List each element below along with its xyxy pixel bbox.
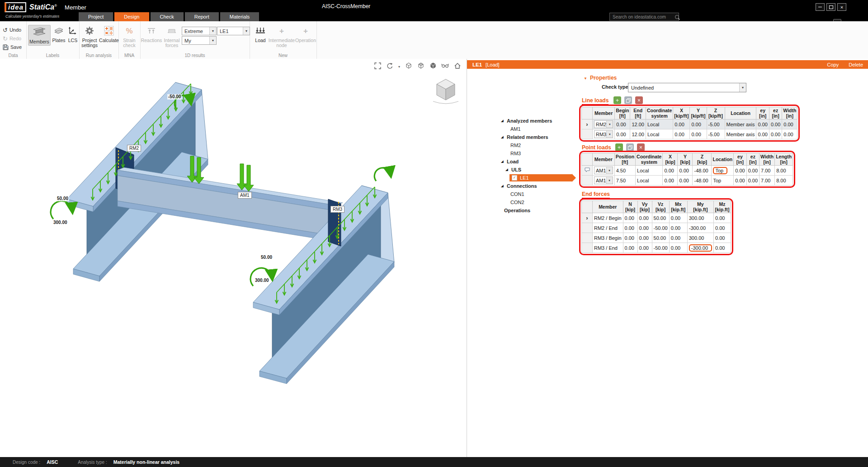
tab-materials[interactable]: Materials [220,12,259,21]
row-selector[interactable] [582,129,593,139]
cell-coordinate-system[interactable]: Local [646,129,673,139]
new-intermediate-node-button[interactable]: + Intermediate node [269,25,294,48]
column-header[interactable]: Location [725,107,756,119]
solid-cube-icon[interactable] [429,62,437,70]
member-label-am1[interactable]: AM1 [238,192,252,199]
cell-ey[interactable]: 0.00 [756,129,769,139]
column-header[interactable]: Position[ft] [614,153,635,166]
cell-my[interactable]: 300.00 [687,213,713,223]
cell-vy[interactable]: 0.00 [637,233,652,243]
tab-report[interactable]: Report [185,12,219,21]
cell-n[interactable]: 0.00 [623,233,637,243]
le1-checkbox[interactable] [512,175,517,181]
cell-ey[interactable]: 0.00 [734,176,746,186]
cell-z[interactable]: -5.00 [707,119,725,129]
member-label-rm2[interactable]: RM2 [127,145,141,152]
column-header[interactable]: ey[in] [756,107,769,119]
tree-item-load[interactable]: Load [467,157,577,166]
wireframe-cube-icon[interactable] [405,62,412,70]
strain-check-button[interactable]: % Strain check [119,25,139,48]
add-line-load-button[interactable]: + [613,96,621,104]
shaded-cube-icon[interactable] [417,62,425,70]
cell-x[interactable]: 0.00 [673,129,690,139]
cell-my[interactable]: -300.00 [687,223,713,233]
tree-item-operations[interactable]: Operations [467,206,577,214]
cell-width[interactable]: 0.00 [782,119,797,129]
column-header[interactable]: Location [712,153,734,166]
row-selector[interactable] [582,166,593,176]
extreme-select[interactable]: Extreme [182,27,217,35]
row-selector[interactable] [582,119,593,129]
redo-button[interactable]: Redo [3,35,21,42]
cell-coordinate-system[interactable]: Local [636,176,663,186]
cell-n[interactable]: 0.00 [623,223,637,233]
cell-y[interactable]: 0.00 [678,166,693,176]
close-button[interactable]: × [837,3,846,11]
tree-item-uls[interactable]: ULS [467,166,577,174]
members-button[interactable]: Members [28,25,51,46]
table-row[interactable]: RM3 / Begin 0.00 0.00 50.00 0.00 300.00 … [582,233,731,243]
scene-3d[interactable] [0,59,467,457]
expander-icon[interactable] [500,184,504,188]
new-load-button[interactable]: Load [252,25,269,43]
cell-ez[interactable]: 0.00 [746,176,759,186]
fullscreen-icon[interactable] [374,62,382,70]
cell-mz[interactable]: 0.00 [714,233,731,243]
tree-item-am1[interactable]: AM1 [467,125,577,133]
cell-vz[interactable]: -50.00 [652,223,669,233]
cell-begin[interactable]: 0.00 [615,119,630,129]
member-combobox[interactable]: AM1 [594,176,613,184]
cell-y[interactable]: 0.00 [690,129,707,139]
row-selector[interactable] [582,243,593,253]
cell-member[interactable]: AM1 [593,166,615,176]
new-operation-button[interactable]: + Operation [296,25,316,43]
search-input[interactable] [612,14,673,20]
cell-location[interactable]: Top [712,166,734,176]
cell-z[interactable]: -5.00 [707,129,725,139]
cell-ey[interactable]: 0.00 [734,166,746,176]
cell-mx[interactable]: 0.00 [669,243,687,253]
column-header[interactable]: Coordinatesystem [646,107,673,119]
table-row[interactable]: RM2 0.00 12.00 Local 0.00 0.00 -5.00 Mem… [582,119,797,129]
cell-mz[interactable]: 0.00 [714,223,731,233]
expander-icon[interactable] [500,135,504,139]
cell-member[interactable]: RM2 / Begin [593,213,623,223]
cell-y[interactable]: 0.00 [678,176,693,186]
column-header[interactable]: Vy[kip] [637,201,652,213]
reactions-button[interactable]: Reactions [142,25,161,43]
calculate-button[interactable]: Calculate [100,25,118,43]
member-am1-cross-beam[interactable] [118,167,343,242]
remove-point-load-button[interactable]: × [637,143,645,151]
cell-n[interactable]: 0.00 [623,243,637,253]
cell-my[interactable]: -300.00 [687,243,713,253]
column-header[interactable]: Y[kip/ft] [690,107,707,119]
cell-end[interactable]: 12.00 [630,119,646,129]
column-header[interactable]: ez[in] [746,153,759,166]
add-point-load-button[interactable]: + [615,143,623,151]
column-header[interactable]: Vz[kip] [652,201,669,213]
cell-length[interactable]: 8.00 [775,176,793,186]
table-row[interactable]: RM3 / End 0.00 0.00 -50.00 0.00 -300.00 … [582,243,731,253]
chevron-down-icon[interactable] [398,62,400,70]
cell-begin[interactable]: 0.00 [615,129,630,139]
lcs-button[interactable]: LCS [67,25,79,43]
cell-position[interactable]: 7.50 [614,176,635,186]
column-header[interactable]: X[kip/ft] [673,107,690,119]
tree-item-related-members[interactable]: Related members [467,133,577,141]
search-icon[interactable] [675,15,679,19]
cell-location[interactable]: Member axis [725,129,756,139]
column-header[interactable]: Y[kip] [678,153,693,166]
cell-end[interactable]: 12.00 [630,129,646,139]
cell-mz[interactable]: 0.00 [714,243,731,253]
component-select[interactable]: My [182,36,217,45]
cell-x[interactable]: 0.00 [673,119,690,129]
cell-vz[interactable]: 50.00 [652,213,669,223]
tree-item-connections[interactable]: Connections [467,182,577,190]
properties-section-header[interactable]: Properties [584,75,617,81]
column-header[interactable]: Width[in] [782,107,797,119]
expander-icon[interactable] [500,119,504,123]
load-case-select[interactable]: LE1 [217,27,250,35]
column-header[interactable]: Z[kip/ft] [707,107,725,119]
cell-ez[interactable]: 0.00 [769,119,782,129]
cell-member[interactable]: RM2 [593,119,615,129]
